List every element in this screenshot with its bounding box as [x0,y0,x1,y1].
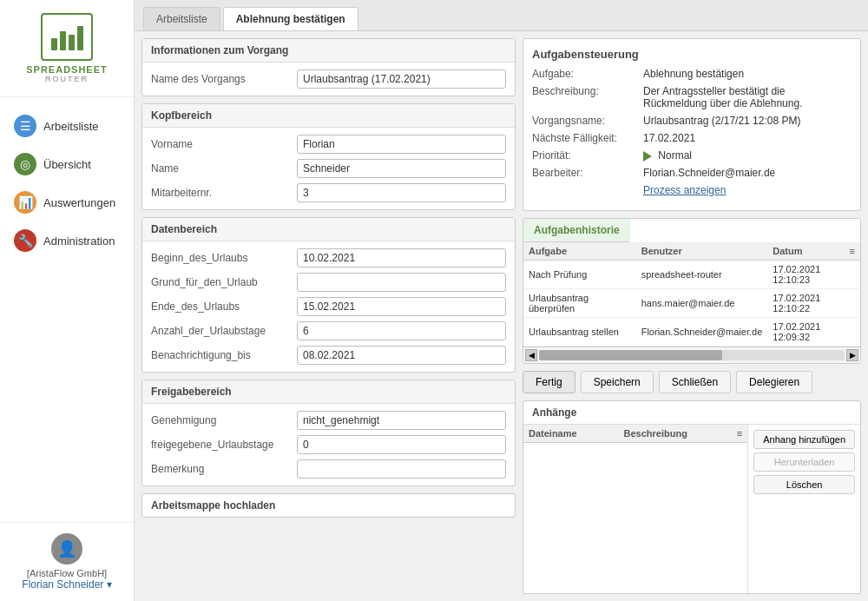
logo-bars [51,24,83,50]
logo-bar-3 [69,35,75,50]
value-bearbeiter: Florian.Schneider@maier.de [643,167,852,179]
logo-bar-1 [51,38,57,50]
history-col-datum: Datum ≡ [767,242,860,261]
daten-section-body: Beginn_des_Urlaubs Grund_für_den_Urlaub … [142,241,515,372]
input-freigegebene[interactable] [297,435,506,454]
label-benachrichtigung: Benachrichtigung_bis [151,349,290,361]
sidebar-item-uebersicht[interactable]: ◎ Übersicht [3,146,130,182]
history-col-aufgabe: Aufgabe [523,242,636,261]
logo-sub: ROUTER [9,75,125,83]
history-cell-aufgabe-1: Nach Prüfung [523,261,636,289]
sidebar: SPREADSHEET ROUTER ☰ Arbeitsliste ◎ Über… [0,0,135,601]
input-mitarbeiternr[interactable] [297,183,506,202]
scroll-left-btn[interactable]: ◀ [525,349,537,361]
input-anzahl[interactable] [297,321,506,340]
input-beginn[interactable] [297,248,506,267]
sidebar-item-administration[interactable]: 🔧 Administration [3,222,130,259]
left-panel: Informationen zum Vorgang Name des Vorga… [141,38,516,594]
avatar: 👤 [51,533,82,565]
logo-box [41,13,93,61]
delegieren-button[interactable]: Delegieren [736,371,812,393]
task-row-beschreibung: Beschreibung: Der Antragssteller bestäti… [532,85,852,109]
attachments-table-area: Dateiname Beschreibung ≡ [523,425,747,593]
label-bemerkung: Bemerkung [151,463,290,475]
sort-icon: ≡ [737,428,742,439]
freigabe-section-body: Genehmigung freigegebene_Urlaubstage Bem… [142,404,515,485]
task-row-prozess: Prozess anzeigen [532,184,852,196]
task-row-aufgabe: Aufgabe: Ablehnung bestätigen [532,68,852,80]
task-control: Aufgabensteuerung Aufgabe: Ablehnung bes… [523,38,861,211]
value-beschreibung: Der Antragssteller bestätigt die Rückmel… [643,85,852,109]
priority-arrow-icon [643,151,652,162]
input-grund[interactable] [297,273,506,292]
speichern-button[interactable]: Speichern [581,371,654,393]
user-name[interactable]: Florian Schneider ▾ [10,578,123,591]
value-vorgangsname: Urlaubsantrag (2/17/21 12:08 PM) [643,115,852,127]
label-genehmigung: Genehmigung [151,414,290,426]
tab-bar: Arbeitsliste Ablehnung bestätigen [135,0,868,31]
sidebar-item-auswertungen[interactable]: 📊 Auswertungen [3,184,130,221]
logo-text: SPREADSHEET [9,64,125,75]
daten-section: Datenbereich Beginn_des_Urlaubs Grund_fü… [141,217,516,373]
form-row-beginn: Beginn_des_Urlaubs [151,248,506,267]
input-name[interactable] [297,159,506,178]
delete-button[interactable]: Löschen [753,475,855,494]
label-aufgabe: Aufgabe: [532,68,636,80]
input-vorgang[interactable] [297,69,506,89]
logo-bar-2 [60,31,66,50]
task-row-bearbeiter: Bearbeiter: Florian.Schneider@maier.de [532,167,852,179]
history-col-benutzer: Benutzer [636,242,768,261]
form-row-grund: Grund_für_den_Urlaub [151,273,506,292]
attachments-section: Anhänge Dateiname Beschreibung ≡ [523,400,861,594]
input-genehmigung[interactable] [297,411,506,430]
sidebar-item-label: Administration [43,234,115,248]
history-tab[interactable]: Aufgabenhistorie [523,219,630,242]
value-prioritaet: Normal [643,149,852,162]
scroll-right-btn[interactable]: ▶ [846,349,858,361]
kopf-section: Kopfbereich Vorname Name Mitarbeiternr. [141,103,516,210]
nav-items: ☰ Arbeitsliste ◎ Übersicht 📊 Auswertunge… [0,97,134,522]
history-cell-datum-1: 17.02.2021 12:10:23 [767,261,860,289]
schliessen-button[interactable]: Schließen [659,371,731,393]
sidebar-item-label: Übersicht [43,158,91,171]
sidebar-item-label: Auswertungen [43,196,115,209]
label-faelligkeit: Nächste Fälligkeit: [532,132,636,144]
prozess-link[interactable]: Prozess anzeigen [643,184,852,196]
fertig-button[interactable]: Fertig [523,371,575,393]
download-button[interactable]: Herunterladen [753,452,855,472]
history-row-3: Urlaubsantrag stellen Florian.Schneider@… [523,318,860,347]
label-beschreibung: Beschreibung: [532,85,636,109]
logo-bar-4 [77,26,83,50]
input-benachrichtigung[interactable] [297,346,506,365]
form-row-mitarbeiternr: Mitarbeiternr. [151,183,506,202]
sort-icon: ≡ [850,246,855,256]
label-anzahl: Anzahl_der_Urlaubstage [151,325,290,337]
sidebar-item-arbeitsliste[interactable]: ☰ Arbeitsliste [3,108,130,144]
history-row-2: Urlaubsantrag überprüfen hans.maier@maie… [523,289,860,318]
workbag-section: Arbeitsmappe hochladen [141,493,516,518]
list-icon: ☰ [14,115,36,137]
label-ende: Ende_des_Urlaubs [151,300,290,313]
add-attachment-button[interactable]: Anhang hinzufügen [753,430,855,449]
input-ende[interactable] [297,297,506,316]
tab-ablehnung[interactable]: Ablehnung bestätigen [223,7,358,30]
attachments-header-row: Dateiname Beschreibung ≡ [523,425,747,443]
input-bemerkung[interactable] [297,459,506,479]
attachments-body: Dateiname Beschreibung ≡ [523,425,860,593]
history-scroll[interactable]: Aufgabe Benutzer Datum ≡ Nach Prüfung [523,242,860,347]
attachments-col-dateiname: Dateiname [523,425,619,443]
history-cell-benutzer-3: Florian.Schneider@maier.de [636,318,768,347]
label-beginn: Beginn_des_Urlaubs [151,252,290,264]
form-row-bemerkung: Bemerkung [151,459,506,479]
info-section-body: Name des Vorgangs [142,63,515,96]
history-row-1: Nach Prüfung spreadsheet-router 17.02.20… [523,261,860,289]
right-panel: Aufgabensteuerung Aufgabe: Ablehnung bes… [523,38,861,594]
form-row-freigegebene: freigegebene_Urlaubstage [151,435,506,454]
label-grund: Grund_für_den_Urlaub [151,276,290,288]
history-section: Aufgabenhistorie Aufgabe Benutzer Datum … [523,218,861,364]
form-row-genehmigung: Genehmigung [151,411,506,430]
workbag-header: Arbeitsmappe hochladen [142,494,515,517]
input-vorname[interactable] [297,135,506,154]
tab-arbeitsliste[interactable]: Arbeitsliste [143,7,220,30]
form-row-anzahl: Anzahl_der_Urlaubstage [151,321,506,340]
